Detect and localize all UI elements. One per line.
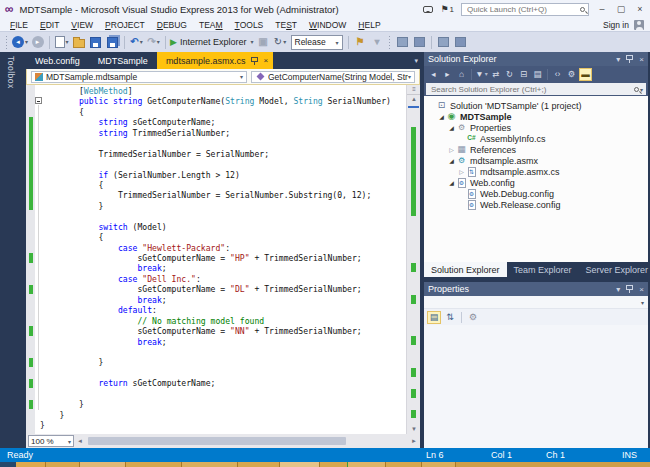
navigate-forward-icon[interactable]: ► [30,34,45,50]
close-icon[interactable]: × [263,56,268,65]
scroll-right-icon[interactable]: ► [408,438,420,444]
tree-item-web-config[interactable]: ◢⚙Web.config [424,177,648,188]
filter-icon[interactable]: ▼▾ [475,68,488,81]
collapse-all-icon[interactable]: ⊟ [517,68,530,81]
type-dropdown[interactable]: MDTSample.mdtsample ▾ [31,71,247,83]
restore-button[interactable]: ▢ [615,4,627,14]
scroll-left-icon[interactable]: ◄ [74,438,86,444]
close-icon[interactable]: × [639,285,644,294]
vertical-scrollbar[interactable]: ≡ ▲ ▼ [406,85,420,434]
windows-taskbar[interactable] [0,462,650,467]
tab-well-overflow-icon[interactable]: ▾ [414,57,418,65]
chevron-collapsed-icon[interactable]: ▷ [447,146,456,153]
zoom-dropdown[interactable]: 100 % ▾ [28,435,74,447]
tree-item-mdtsample-asmx-cs[interactable]: ▷⇅mdtsample.asmx.cs [424,166,648,177]
configuration-combo[interactable]: Release▾ [291,35,343,50]
user-avatar-icon[interactable] [634,20,644,30]
attach-icon[interactable]: ▣ [256,34,271,50]
chevron-expanded-icon[interactable]: ◢ [437,113,446,120]
chevron-collapsed-icon[interactable]: ▷ [457,168,466,175]
chevron-expanded-icon[interactable]: ◢ [447,157,456,164]
window-position-icon[interactable]: ▾ [616,285,620,294]
panel-tab-team-explorer[interactable]: Team Explorer [507,262,579,277]
panel-tab-server-explorer[interactable]: Server Explorer [579,262,650,277]
split-window-handle[interactable]: ≡ [407,85,420,95]
pin-icon[interactable] [626,285,633,293]
properties-object-dropdown[interactable]: ▾ [424,296,648,309]
tree-item-web-release-config[interactable]: ⚙Web.Release.config [424,199,648,210]
close-button[interactable]: × [634,4,646,14]
tree-item-mdtsample[interactable]: ◢◉MDTSample [424,111,648,122]
iis-express-icon[interactable] [395,34,410,50]
forward-icon[interactable]: ▸ [441,68,454,81]
undo-icon[interactable]: ↶▾ [129,34,144,50]
menu-item-team[interactable]: TEAM [193,20,229,30]
chevron-expanded-icon[interactable]: ◢ [447,124,456,131]
property-pages-icon[interactable]: ⚙ [466,311,480,324]
web-code-analysis-icon[interactable] [453,34,468,50]
refresh-icon[interactable]: ↻ [503,68,516,81]
menu-item-help[interactable]: HELP [352,20,386,30]
horizontal-scrollbar[interactable] [86,437,408,445]
start-debug-button[interactable]: ▶Internet Explorer▾ [170,34,253,50]
menu-item-debug[interactable]: DEBUG [151,20,193,30]
sync-with-active-document-icon[interactable]: ⇄ [489,68,502,81]
menu-item-file[interactable]: FILE [4,20,34,30]
overflow-icon[interactable]: ▾ [370,34,385,50]
tree-item-properties[interactable]: ◢⚙Properties [424,122,648,133]
menu-item-window[interactable]: WINDOW [303,20,352,30]
tree-item-mdtsample-asmx[interactable]: ◢⚙mdtsample.asmx [424,155,648,166]
member-dropdown[interactable]: GetComputerName(String Model, String Ser… [251,71,415,83]
page-inspector-icon[interactable] [412,34,427,50]
menu-item-project[interactable]: PROJECT [99,20,151,30]
tree-item-solution-mdtsample-1-project-[interactable]: ⊡Solution 'MDTSample' (1 project) [424,100,648,111]
tree-item-references[interactable]: ▷▦References [424,144,648,155]
toolbox-tab[interactable]: Toolbox [6,56,16,89]
scroll-up-icon[interactable]: ▲ [407,96,420,102]
tab-mdtsample-asmx-cs[interactable]: mdtsample.asmx.cs× [157,52,273,69]
browse-with-icon[interactable] [436,34,451,50]
tab-mdtsample[interactable]: MDTSample [89,52,157,69]
tab-web-config[interactable]: Web.config [26,52,89,69]
quick-launch-input[interactable] [465,4,580,15]
back-icon[interactable]: ◂ [427,68,440,81]
tree-item-web-debug-config[interactable]: ⚙Web.Debug.config [424,188,648,199]
publish-icon[interactable]: ⚑ [353,34,368,50]
window-position-icon[interactable]: ▾ [616,55,620,64]
toolbar-grip[interactable] [388,35,392,49]
categorized-icon[interactable]: ▤ [427,311,441,324]
menu-item-edit[interactable]: EDIT [34,20,65,30]
code-line: sGetComputerName = "HP" + TrimmedSerialN… [40,253,404,263]
sign-in-link[interactable]: Sign in [603,20,629,30]
preview-selected-items-icon[interactable]: ▬ [579,68,592,81]
refresh-icon[interactable]: ↻▾ [273,34,288,50]
notifications-flag-icon[interactable]: ⚑1 [440,4,454,14]
feedback-icon[interactable] [423,6,433,13]
pin-icon[interactable] [251,57,258,65]
minimize-button[interactable]: – [596,4,608,14]
toolbar-grip[interactable] [5,35,9,49]
view-code-icon[interactable]: ‹› [551,68,564,81]
properties-icon[interactable]: ⚙ [565,68,578,81]
pin-icon[interactable] [626,55,633,63]
menu-item-view[interactable]: VIEW [65,20,99,30]
scroll-down-icon[interactable]: ▼ [407,426,420,432]
panel-tab-solution-explorer[interactable]: Solution Explorer [424,262,507,277]
home-icon[interactable]: ⌂ [455,68,468,81]
save-all-icon[interactable] [105,34,120,50]
redo-icon[interactable]: ↷▾ [146,34,161,50]
new-file-icon[interactable]: ▾ [54,34,69,50]
menu-item-test[interactable]: TEST [269,20,303,30]
horizontal-scrollbar-thumb[interactable] [88,437,346,445]
open-file-icon[interactable] [71,34,86,50]
tree-item-assemblyinfo-cs[interactable]: C#AssemblyInfo.cs [424,133,648,144]
close-icon[interactable]: × [639,55,644,64]
chevron-expanded-icon[interactable]: ◢ [447,179,456,186]
code-editor[interactable]: [WebMethod] public string GetComputerNam… [26,85,420,434]
solution-explorer-search-input[interactable] [429,84,634,95]
show-all-files-icon[interactable]: ▤ [531,68,544,81]
menu-item-tools[interactable]: TOOLS [229,20,270,30]
navigate-backward-icon[interactable]: ◄▾ [12,34,28,50]
save-icon[interactable] [88,34,103,50]
alphabetical-icon[interactable]: ⇅ [443,311,457,324]
